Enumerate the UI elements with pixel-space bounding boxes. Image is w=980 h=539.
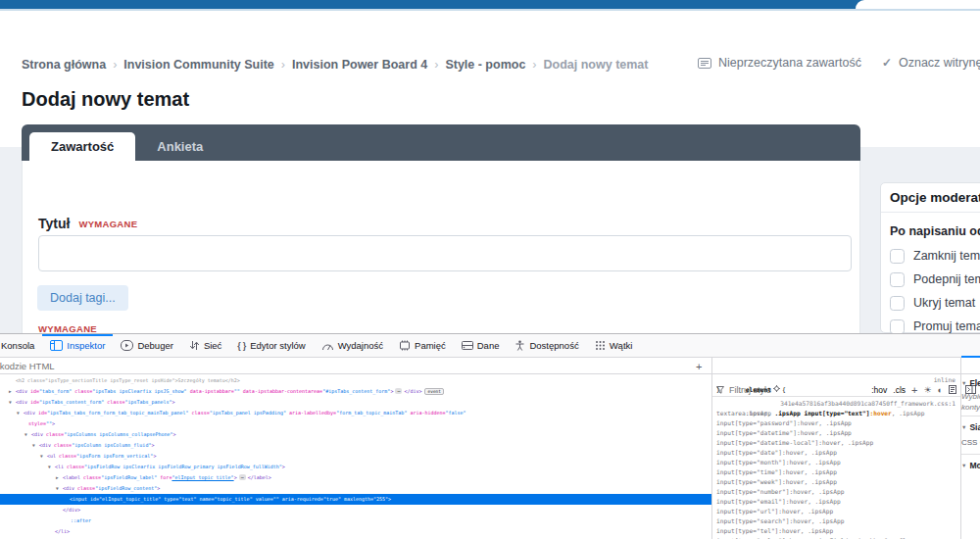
markup-token: > (234, 474, 237, 480)
markup-line[interactable]: ▼<div class="ipsColumns ipsColumns_colla… (0, 429, 711, 440)
checkbox-label: Ukryj temat (913, 296, 975, 310)
markup-line[interactable]: style=""> (0, 418, 711, 429)
topic-title-input[interactable] (38, 235, 852, 271)
markup-line[interactable]: ▼<ul class="ipsForm ipsForm_vertical"> (0, 451, 711, 462)
markup-line[interactable]: </div> (0, 505, 711, 515)
markup-token: class= (43, 431, 64, 437)
markup-line[interactable]: ▼<div class="ipsFieldRow_content"> (0, 483, 711, 494)
rule-source-link[interactable]: 341e4a57816af3ba440d891ca87450ff_framewo… (780, 399, 956, 409)
twisty-icon[interactable]: ▼ (56, 483, 59, 494)
devtools-tab-inspektor[interactable]: Inspektor (42, 334, 113, 357)
twisty-icon[interactable]: ▼ (9, 397, 12, 408)
rule-selector-line[interactable]: input[type="date"]:hover, .ipsApp (712, 448, 960, 458)
rule-selector-line[interactable]: input[type="url"]:hover, .ipsApp (712, 507, 960, 516)
layout-section-flexbox[interactable]: ▼Flexbox (961, 375, 980, 391)
rule-selector-line[interactable]: textarea:hover, .ipsApp input[type="text… (712, 409, 960, 418)
breadcrumb-item-strona-glwna[interactable]: Strona główna (22, 58, 106, 72)
rule-selector-line[interactable]: input[type="search"]:hover, .ipsApp (712, 516, 960, 526)
tab-ankieta[interactable]: Ankieta (135, 132, 224, 161)
markup-tree: <h2 class="ipsType_sectionTitle ipsType_… (0, 375, 711, 539)
rule-head[interactable]: .ipsApp 341e4a57816af3ba440d891ca87450ff… (712, 399, 960, 409)
tab-zawarto[interactable]: Zawartość (29, 132, 135, 161)
markup-token: > (157, 485, 160, 491)
devtools-tab-pami[interactable]: Pamięć (391, 334, 454, 357)
markup-line-selected[interactable]: <input id="elInput_topic_title" type="te… (0, 494, 711, 505)
rule-source-inline: inline (934, 375, 956, 385)
checkbox[interactable] (890, 319, 905, 334)
breadcrumb-separator: › (113, 58, 117, 72)
devtools-tab-watki[interactable]: Wątki (587, 334, 641, 357)
checkbox[interactable] (890, 249, 905, 264)
devtools-tab-edytor-stylw[interactable]: { }Edytor stylów (229, 334, 313, 357)
markup-line[interactable]: ▶<div id="tabs_form" class="ipsTabs ipsC… (0, 386, 711, 397)
breadcrumb-item-invision-power-board-4[interactable]: Invision Power Board 4 (292, 58, 427, 72)
moderator-option-zamknij-temat[interactable]: Zamknij temat (881, 244, 980, 268)
twisty-icon[interactable]: ▼ (17, 408, 20, 418)
moderator-options-card: Opcje moderatora Po napisaniu odpowiedzi… (880, 182, 980, 333)
twisty-icon[interactable]: ▼ (24, 429, 27, 440)
moderator-option-ukryj-temat[interactable]: Ukryj temat (881, 291, 980, 315)
markup-line[interactable]: ▶<label class="ipsFieldRow_label" for="e… (0, 472, 711, 483)
content-tabs: ZawartośćAnkieta (22, 124, 860, 161)
rule-selector-line[interactable]: input[type="datetime"]:hover, .ipsApp (712, 428, 960, 438)
markup-line[interactable]: <h2 class="ipsType_sectionTitle ipsType_… (0, 375, 711, 386)
rule-selector-line[interactable]: input[type="tel"]:hover, .ipsApp (712, 526, 960, 536)
breadcrumb-item-dodaj-nowy-temat: Dodaj nowy temat (544, 58, 649, 72)
twisty-icon[interactable]: ▼ (48, 462, 51, 472)
markup-line[interactable]: ::after (0, 515, 711, 526)
markup-line[interactable]: </li> (0, 526, 711, 537)
layout-section-label: Siatka (969, 422, 980, 432)
breadcrumb-item-style-pomoc[interactable]: Style - pomoc (445, 58, 525, 72)
moderator-option-podepnij-temat[interactable]: Podepnij temat (881, 268, 980, 291)
twisty-icon[interactable]: ▼ (40, 451, 43, 462)
markup-token: > (172, 399, 175, 405)
markup-line[interactable]: ▼<div id="ipsTabs_tabs_form_form_tab_top… (0, 408, 711, 418)
checkbox[interactable] (890, 272, 905, 287)
inspector-icon (50, 340, 63, 351)
markup-token: "ipsFieldRow_label" (101, 474, 157, 480)
mark-site-read-link[interactable]: Oznacz witrynę jako przeczytaną (899, 56, 980, 70)
layout-section-note: CSS Grid (961, 435, 980, 451)
create-node-button[interactable]: + (696, 358, 702, 374)
memory-icon (399, 340, 411, 351)
navbar-search-box-top[interactable] (856, 0, 980, 9)
rule-selector-line[interactable]: input[type="month"]:hover, .ipsApp (712, 458, 960, 467)
layout-section-model-pudelkowy[interactable]: ▼Model pudełkowy (961, 458, 980, 473)
add-tags-button[interactable]: Dodaj tagi... (37, 285, 128, 311)
markup-line[interactable]: ▼<li class="ipsFieldRow ipsClearfix ipsF… (0, 462, 711, 472)
markup-line[interactable]: ▼<div class="ipsColumn ipsColumn_fluid"> (0, 440, 711, 451)
devtools-tab-sie[interactable]: Sieć (181, 334, 229, 357)
twisty-icon[interactable]: ▶ (9, 386, 12, 397)
markup-token: data-ipstabbar= (187, 388, 234, 394)
devtools-tab-dane[interactable]: Dane (454, 334, 508, 357)
rule-selector-line[interactable]: input[type="week"]:hover, .ipsApp (712, 477, 960, 487)
rule-selector-line[interactable]: input[type="datetime-local"]:hover, .ips… (712, 438, 960, 448)
checkbox[interactable] (890, 296, 905, 311)
markup-token: > (390, 388, 393, 394)
unread-content-link[interactable]: Nieprzeczytana zawartość (718, 56, 861, 70)
markup-line[interactable]: ▼<div id="ipsTabs_content_form" class="i… (0, 397, 711, 408)
html-search-input[interactable]: Szukaj w kodzie HTML (0, 358, 686, 374)
rule-selector-line[interactable]: input[type="email"]:hover, .ipsApp (712, 497, 960, 507)
twisty-icon[interactable]: ▶ (56, 472, 59, 483)
selector-token: :hover (869, 410, 891, 416)
breadcrumb-item-invision-community-suite[interactable]: Invision Community Suite (123, 58, 274, 72)
twisty-icon[interactable]: ▼ (32, 440, 35, 451)
markup-token: class= (72, 388, 92, 394)
markup-token: style= (28, 420, 46, 426)
checkbox-label: Promuj temat (913, 319, 980, 333)
rule-selector-line[interactable]: input[type="password"]:hover, .ipsApp (712, 418, 960, 428)
devtools-tab-dostpno[interactable]: Dostępność (507, 334, 586, 357)
rule-selector-line[interactable]: input[type="number"]:hover, .ipsApp (712, 487, 960, 497)
devtools-tab-wydajno[interactable]: Wydajność (314, 334, 391, 357)
layout-section-siatka[interactable]: ▼Siatka (961, 419, 980, 435)
rule-element-head[interactable]: element{ inline (712, 375, 960, 385)
devtools-tab-debuger[interactable]: Debuger (113, 334, 180, 357)
form-card-body: Tytuł WYMAGANE Dodaj tagi... WYMAGANE Źr… (22, 161, 860, 333)
selector-token: , .ipsApp (892, 410, 925, 416)
selector-token: input[type="time"]:hover, .ipsApp (716, 468, 837, 475)
layout-section-note: Wybierz kontener (961, 391, 980, 402)
rule-selector-line[interactable]: input[type="time"]:hover, .ipsApp (712, 467, 960, 477)
devtools-tab-konsola[interactable]: Konsola (0, 334, 42, 357)
markup-token: "ipsTabs_panel ipsPadding" (210, 410, 286, 416)
